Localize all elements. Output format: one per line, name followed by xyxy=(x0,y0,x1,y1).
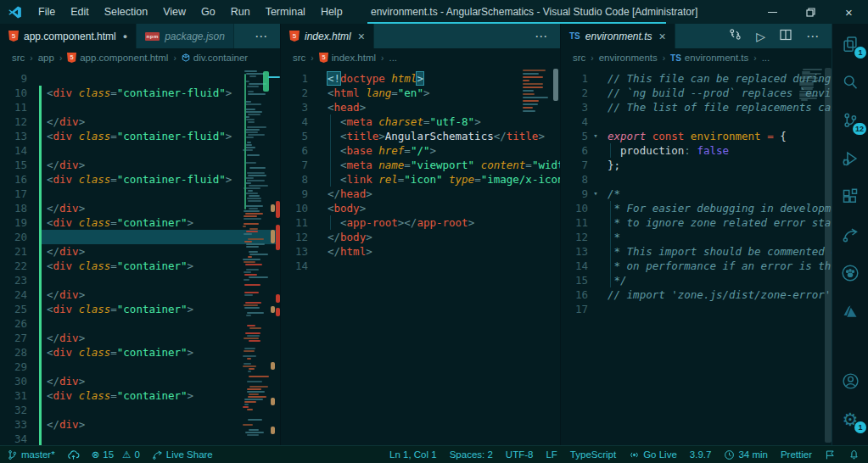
code-line[interactable]: 24</div> xyxy=(0,287,280,302)
code-line[interactable]: 1// This file can be replaced during bui… xyxy=(561,71,832,86)
restore-button[interactable] xyxy=(792,0,830,24)
branch-indicator[interactable]: master* xyxy=(7,449,55,460)
code-line[interactable]: 2<html lang="en"> xyxy=(281,86,560,100)
code-line[interactable]: 15</div> xyxy=(0,158,280,172)
code-line[interactable]: 12</div> xyxy=(0,114,280,129)
minimap-slider[interactable] xyxy=(263,71,269,92)
code-line[interactable]: 17 xyxy=(0,187,280,201)
code-line[interactable]: 3// The list of file replacements can be… xyxy=(561,100,832,114)
extensions-icon[interactable] xyxy=(838,185,862,209)
close-tab-icon[interactable]: × xyxy=(358,31,365,42)
code-line[interactable]: 18</div> xyxy=(0,201,280,215)
problems-indicator[interactable]: ⊗15 ⚠0 xyxy=(92,449,140,460)
code-line[interactable]: 14 xyxy=(281,259,560,273)
breadcrumb-file[interactable]: 5 index.html xyxy=(319,53,376,63)
close-tab-icon[interactable]: × xyxy=(658,31,665,42)
tab-index-html[interactable]: 5 index.html × xyxy=(281,24,374,48)
code-line[interactable]: 7}; xyxy=(561,158,832,172)
breadcrumb-file[interactable]: TSenvironment.ts xyxy=(670,53,748,63)
source-control-icon[interactable]: 12 xyxy=(838,109,862,132)
code-line[interactable]: 11 <app-root></app-root> xyxy=(281,215,560,230)
code-line[interactable]: 11 * to ignore zone related error stack … xyxy=(561,215,832,230)
code-line[interactable]: 30</div> xyxy=(0,374,280,388)
code-line[interactable]: 8 <link rel="icon" type="image/x-icon" h… xyxy=(281,172,560,187)
code-line[interactable]: 11 xyxy=(0,100,280,114)
indentation[interactable]: Spaces: 2 xyxy=(450,449,493,460)
code-line[interactable]: 13 * This import should be commented out… xyxy=(561,244,832,259)
menu-help[interactable]: Help xyxy=(313,6,350,18)
more-actions-icon[interactable]: ⋯ xyxy=(806,29,820,44)
code-line[interactable]: 14 xyxy=(0,143,280,158)
account-icon[interactable] xyxy=(838,369,862,393)
eol-sequence[interactable]: LF xyxy=(546,449,557,460)
code-line[interactable]: 14 * on performance if an error is throw… xyxy=(561,259,832,273)
breadcrumb-more[interactable]: ... xyxy=(389,53,397,63)
language-mode[interactable]: TypeScript xyxy=(570,449,616,460)
code-line[interactable]: 21</div> xyxy=(0,244,280,259)
code-line[interactable]: 3<head> xyxy=(281,100,560,114)
code-line[interactable]: 32 xyxy=(0,403,280,417)
code-line[interactable]: 34 xyxy=(0,432,280,445)
timer-indicator[interactable]: 34 min xyxy=(724,449,768,460)
fold-chevron-icon[interactable]: ▾ xyxy=(591,187,600,201)
code-line[interactable]: 20 xyxy=(0,230,280,244)
code-line[interactable]: 6 <base href="/"> xyxy=(281,143,560,158)
minimize-button[interactable] xyxy=(753,0,792,24)
menu-view[interactable]: View xyxy=(155,6,193,18)
code-line[interactable]: 25<div class="container"> xyxy=(0,302,280,316)
code-line[interactable]: 5 <title>AngularSchematics</title> xyxy=(281,129,560,143)
menu-edit[interactable]: Edit xyxy=(63,6,97,18)
menu-selection[interactable]: Selection xyxy=(97,6,155,18)
azure-icon[interactable] xyxy=(838,299,862,323)
code-line[interactable]: 10<div class="container-fluid"> xyxy=(0,86,280,100)
breadcrumb-symbol[interactable]: div.container xyxy=(182,53,248,63)
tab-environment-ts[interactable]: TS environment.ts × xyxy=(561,24,675,48)
code-line[interactable]: 13</html> xyxy=(281,244,560,259)
code-line[interactable]: 6 production: false xyxy=(561,143,832,158)
code-line[interactable]: 2// `ng build --prod` replaces `environm… xyxy=(561,86,832,100)
code-line[interactable]: 9 xyxy=(0,71,280,86)
menu-terminal[interactable]: Terminal xyxy=(258,6,313,18)
code-line[interactable]: 8 xyxy=(561,172,832,187)
code-line[interactable]: 12</body> xyxy=(281,230,560,244)
code-line[interactable]: 15 */ xyxy=(561,273,832,287)
more-actions-icon[interactable]: ⋯ xyxy=(255,29,268,44)
code-line[interactable]: 4 xyxy=(561,114,832,129)
scrollbar-thumb[interactable] xyxy=(553,69,558,101)
tab-app-component-html[interactable]: 5 app.component.html ● xyxy=(0,24,137,48)
code-line[interactable]: 9</head> xyxy=(281,187,560,201)
code-line[interactable]: 27</div> xyxy=(0,331,280,345)
modified-dot-icon[interactable]: ● xyxy=(123,32,127,41)
code-line[interactable]: 16<div class="container-fluid"> xyxy=(0,172,280,187)
menu-run[interactable]: Run xyxy=(223,6,258,18)
editor-index-html[interactable]: 1<!doctype html>2<html lang="en">3<head>… xyxy=(281,67,560,445)
publish-changes-button[interactable] xyxy=(67,449,80,460)
split-editor-icon[interactable] xyxy=(780,29,792,44)
code-line[interactable]: 10 * For easier debugging in development… xyxy=(561,201,832,215)
code-line[interactable]: 29 xyxy=(0,360,280,374)
editor-environment-ts[interactable]: 1// This file can be replaced during bui… xyxy=(561,67,832,445)
explorer-icon[interactable]: 1 xyxy=(838,32,862,56)
code-line[interactable]: 10<body> xyxy=(281,201,560,215)
live-share-button[interactable]: Live Share xyxy=(152,449,213,460)
code-line[interactable]: 12 * xyxy=(561,230,832,244)
notifications-button[interactable] xyxy=(848,449,860,460)
code-line[interactable]: 26 xyxy=(0,316,280,331)
editor-app-component-html[interactable]: 910<div class="container-fluid">1112</di… xyxy=(0,67,280,445)
code-line[interactable]: 13<div class="container-fluid"> xyxy=(0,129,280,143)
code-line[interactable]: 22<div class="container"> xyxy=(0,259,280,273)
code-line[interactable]: 16// import 'zone.js/dist/zone-error'; /… xyxy=(561,287,832,302)
breadcrumb-more[interactable]: ... xyxy=(762,53,770,63)
version-indicator[interactable]: 3.9.7 xyxy=(690,449,712,460)
code-line[interactable]: 5▾export const environment = { xyxy=(561,129,832,143)
pets-icon[interactable] xyxy=(838,261,862,285)
more-actions-icon[interactable]: ⋯ xyxy=(535,29,548,44)
code-line[interactable]: 4 <meta charset="utf-8"> xyxy=(281,114,560,129)
code-line[interactable]: 33</div> xyxy=(0,417,280,432)
breadcrumb-src[interactable]: src xyxy=(293,53,305,63)
code-line[interactable]: 1<!doctype html> xyxy=(281,71,560,86)
search-icon[interactable] xyxy=(838,70,862,94)
feedback-button[interactable] xyxy=(825,449,836,460)
scrollbar-thumb[interactable] xyxy=(825,68,832,443)
breadcrumb-environments[interactable]: environments xyxy=(599,53,658,63)
